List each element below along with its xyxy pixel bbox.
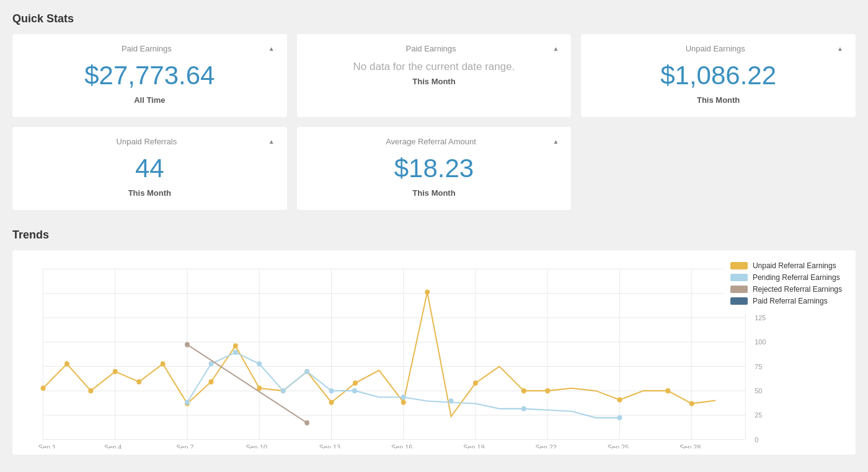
- rejected-dot: [185, 342, 190, 347]
- card-title: Unpaid Referrals: [25, 137, 268, 146]
- legend-label-paid: Paid Referral Earnings: [753, 297, 828, 305]
- legend-color-rejected: [730, 286, 748, 293]
- x-label-sep4: Sep 4: [104, 444, 122, 448]
- card-title: Paid Earnings: [309, 44, 553, 53]
- legend-item-unpaid: Unpaid Referral Earnings: [730, 261, 842, 270]
- legend-color-pending: [730, 274, 748, 281]
- unpaid-referrals-value: 44: [25, 154, 275, 183]
- unpaid-dot: [353, 380, 358, 385]
- trends-title: Trends: [12, 229, 856, 242]
- legend-label-pending: Pending Referral Earnings: [753, 273, 840, 282]
- legend-item-pending: Pending Referral Earnings: [730, 273, 842, 282]
- arrow-icon[interactable]: ▲: [552, 138, 559, 145]
- quick-stats-section: Quick Stats Paid Earnings ▲ $27,773.64 A…: [12, 12, 856, 210]
- pending-dot: [352, 388, 357, 393]
- chart-container: 175 150 125 100 75 50 25 0 Sep 1 Sep 4 S…: [12, 250, 856, 455]
- paid-earnings-month-subtitle: This Month: [309, 77, 559, 86]
- card-title: Average Referral Amount: [309, 137, 553, 146]
- y-label-125: 125: [755, 314, 766, 321]
- unpaid-dot: [521, 388, 526, 393]
- paid-earnings-month-card: Paid Earnings ▲ No data for the current …: [297, 34, 572, 117]
- paid-earnings-alltime-value: $27,773.64: [25, 61, 275, 90]
- cards-row2: Unpaid Referrals ▲ 44 This Month Average…: [12, 127, 856, 210]
- pending-dot: [449, 398, 454, 403]
- x-label-sep22: Sep 22: [536, 444, 557, 448]
- legend-label-rejected: Rejected Referral Earnings: [753, 285, 842, 294]
- legend-item-paid: Paid Referral Earnings: [730, 297, 842, 305]
- unpaid-dot: [233, 343, 238, 348]
- unpaid-dot: [88, 388, 93, 393]
- card-title: Paid Earnings: [25, 44, 268, 53]
- card-header: Paid Earnings ▲: [25, 44, 275, 53]
- pending-dot: [401, 395, 406, 400]
- avg-referral-subtitle: This Month: [309, 188, 559, 198]
- pending-dot: [209, 361, 214, 366]
- legend-color-paid: [730, 297, 748, 305]
- cards-row1: Paid Earnings ▲ $27,773.64 All Time Paid…: [12, 34, 856, 117]
- unpaid-dot: [665, 388, 670, 393]
- card-title: Unpaid Earnings: [593, 44, 837, 53]
- no-data-message: No data for the current date range.: [309, 61, 559, 73]
- unpaid-dot: [64, 361, 69, 366]
- card-header: Unpaid Referrals ▲: [25, 137, 275, 146]
- y-label-50: 50: [755, 387, 762, 395]
- card-header: Unpaid Earnings ▲: [593, 44, 843, 53]
- arrow-icon[interactable]: ▲: [268, 45, 275, 52]
- chart-legend: Unpaid Referral Earnings Pending Referra…: [723, 256, 849, 313]
- rejected-referral-line: [187, 344, 307, 422]
- unpaid-dot: [618, 397, 622, 402]
- pending-dot: [257, 361, 262, 366]
- paid-earnings-alltime-card: Paid Earnings ▲ $27,773.64 All Time: [12, 34, 287, 117]
- empty-card: [581, 127, 856, 210]
- legend-item-rejected: Rejected Referral Earnings: [730, 285, 842, 294]
- unpaid-referrals-card: Unpaid Referrals ▲ 44 This Month: [12, 127, 287, 210]
- unpaid-dot: [425, 289, 430, 294]
- x-label-sep16: Sep 16: [391, 444, 412, 448]
- arrow-icon[interactable]: ▲: [837, 45, 843, 52]
- trends-chart: 175 150 125 100 75 50 25 0 Sep 1 Sep 4 S…: [25, 263, 843, 448]
- arrow-icon[interactable]: ▲: [268, 138, 275, 145]
- trends-section: Trends 175 150 12: [12, 229, 856, 455]
- avg-referral-card: Average Referral Amount ▲ $18.23 This Mo…: [297, 127, 572, 210]
- unpaid-dot: [401, 400, 406, 404]
- y-label-100: 100: [755, 338, 766, 346]
- quick-stats-title: Quick Stats: [12, 12, 856, 25]
- unpaid-earnings-card: Unpaid Earnings ▲ $1,086.22 This Month: [581, 34, 856, 117]
- avg-referral-value: $18.23: [309, 154, 559, 183]
- y-label-0: 0: [755, 435, 758, 443]
- pending-dot: [618, 415, 622, 420]
- x-label-sep10: Sep 10: [246, 444, 267, 448]
- card-header: Paid Earnings ▲: [309, 44, 559, 53]
- unpaid-referrals-subtitle: This Month: [25, 188, 275, 198]
- unpaid-dot: [689, 401, 694, 406]
- x-label-sep13: Sep 13: [319, 444, 340, 448]
- x-label-sep25: Sep 25: [608, 444, 629, 448]
- unpaid-dot: [473, 380, 478, 385]
- unpaid-dot: [209, 379, 214, 384]
- card-header: Average Referral Amount ▲: [309, 137, 559, 146]
- rejected-dot: [304, 420, 309, 425]
- arrow-icon[interactable]: ▲: [552, 45, 559, 52]
- legend-color-unpaid: [730, 262, 748, 269]
- paid-earnings-alltime-subtitle: All Time: [25, 95, 275, 105]
- pending-dot: [281, 388, 286, 393]
- pending-dot: [233, 350, 238, 355]
- x-label-sep19: Sep 19: [463, 444, 484, 448]
- pending-dot: [304, 369, 309, 374]
- x-label-sep1: Sep 1: [38, 444, 56, 448]
- unpaid-dot: [113, 369, 118, 374]
- unpaid-dot: [41, 386, 46, 391]
- unpaid-dot: [136, 379, 141, 384]
- unpaid-earnings-subtitle: This Month: [593, 95, 843, 105]
- unpaid-dot: [161, 361, 166, 366]
- unpaid-dot: [545, 388, 550, 393]
- unpaid-earnings-value: $1,086.22: [593, 61, 843, 90]
- y-label-75: 75: [755, 362, 762, 370]
- x-label-sep7: Sep 7: [176, 444, 193, 448]
- x-label-sep28: Sep 28: [680, 444, 701, 448]
- pending-dot: [521, 406, 526, 411]
- pending-dot: [185, 400, 190, 404]
- y-label-25: 25: [755, 411, 762, 419]
- pending-dot: [329, 388, 334, 393]
- legend-label-unpaid: Unpaid Referral Earnings: [753, 261, 836, 270]
